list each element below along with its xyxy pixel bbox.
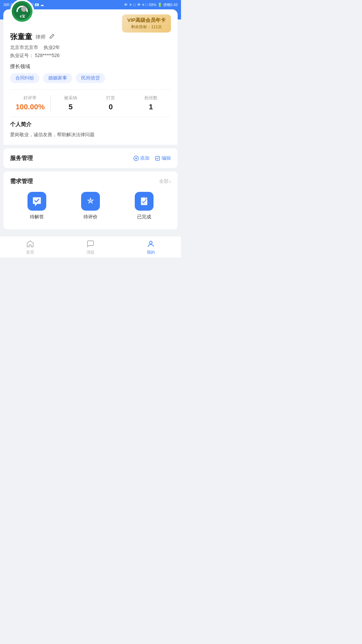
profile-icon [146,239,156,249]
demand-management-title: 需求管理 [10,177,33,185]
battery-pct: 👁 ✳ □ 59% 🔋 傍晚5:43 [137,2,178,7]
demand-item-pending-review[interactable]: 待评价 [81,192,100,220]
svg-text:e宝: e宝 [20,14,25,18]
cloud-icon: ☁ [40,3,44,7]
eye-icon: 👁 [124,3,128,7]
service-management-actions: 添加 编辑 [133,155,171,161]
completed-icon-bg [135,192,154,211]
nav-home-label: 首页 [26,250,34,255]
avatar: e宝 [10,0,34,23]
nav-messages-label: 消息 [86,250,95,255]
profile-card: e宝 VIP高级会员年卡 剩余投标：111次 张童童 律师 北京市北京市 执业2… [3,9,178,145]
bio-text: 爱岗敬业，诚信友善，帮助解决法律问题 [10,131,171,138]
pending-review-label: 待评价 [83,214,98,220]
demand-item-completed[interactable]: 已完成 [135,192,154,220]
expertise-tags: 合同纠纷 婚姻家事 民间借贷 [10,73,171,83]
service-management-header: 服务管理 添加 编辑 [10,154,171,162]
edit-service-button[interactable]: 编辑 [155,155,171,161]
nav-home[interactable]: 首页 [25,239,35,255]
star-smile-icon [85,196,96,206]
service-management-card: 服务管理 添加 编辑 [3,148,178,168]
tag-family: 婚姻家事 [43,73,72,83]
spacer [0,229,181,233]
chevron-right-icon: › [169,179,171,184]
expertise-label: 擅长领域 [10,63,171,70]
stat-reward: 打赏 0 [91,95,131,111]
user-name-row: 张童童 律师 [10,32,171,42]
bio-section: 个人简介 爱岗敬业，诚信友善，帮助解决法律问题 [10,117,171,138]
svg-point-8 [149,241,152,244]
completed-label: 已完成 [137,214,151,220]
add-service-button[interactable]: 添加 [133,155,149,161]
edit-icon [155,156,160,161]
logo-svg: e宝 [14,3,31,20]
user-location: 北京市北京市 执业2年 [10,45,171,51]
vibrate-icon: □ [133,3,136,7]
stats-row: 好评率 100.00% 被采纳 5 打赏 0 粉丝数 1 [10,89,171,111]
tag-loan: 民间借贷 [76,73,105,83]
pending-review-icon-bg [81,192,100,211]
stat-fans-value: 1 [131,103,171,111]
stat-adopted: 被采纳 5 [51,95,91,111]
stat-rating: 好评率 100.00% [10,95,51,111]
service-management-title: 服务管理 [10,154,33,162]
message-icon [86,239,95,249]
stat-rating-value: 100.00% [10,103,50,111]
avatar-logo: e宝 [12,1,33,22]
demand-all-btn[interactable]: 全部 › [159,178,171,184]
add-icon [133,156,139,161]
pending-answer-icon-bg [27,192,46,211]
nav-profile[interactable]: 我的 [146,239,156,255]
signal-icons: 26R [3,3,9,7]
user-name: 张童童 [10,32,32,42]
nav-profile-label: 我的 [147,250,155,255]
status-right: 👁 ✳ □ 👁 ✳ □ 59% 🔋 傍晚5:43 [124,2,178,7]
nav-messages[interactable]: 消息 [86,239,95,255]
tag-contract: 合同纠纷 [10,73,40,83]
doc-check-icon [139,196,149,206]
stat-adopted-value: 5 [51,103,91,111]
vip-badge: VIP高级会员年卡 剩余投标：111次 [122,14,171,33]
stat-reward-value: 0 [91,103,131,111]
bio-title: 个人简介 [10,121,171,128]
demand-management-card: 需求管理 全部 › 待解答 [3,171,178,229]
pending-answer-label: 待解答 [30,214,44,220]
vip-title: VIP高级会员年卡 [127,17,166,23]
demand-icons-row: 待解答 待评价 [10,192,171,223]
stat-fans: 粉丝数 1 [131,95,171,111]
user-license: 执业证号： 528*****526 [10,53,171,59]
stat-reward-label: 打赏 [91,95,131,101]
chat-check-icon [32,196,42,206]
svg-point-1 [21,6,26,12]
stat-adopted-label: 被采纳 [51,95,91,101]
stat-rating-label: 好评率 [10,95,50,101]
demand-item-pending-answer[interactable]: 待解答 [27,192,46,220]
edit-icon[interactable] [49,33,55,41]
bottom-nav: 首页 消息 我的 [0,236,181,258]
vip-sub: 剩余投标：111次 [127,24,166,30]
demand-management-header: 需求管理 全部 › [10,177,171,185]
bluetooth-icon: ✳ [129,3,132,7]
avatar-circle: e宝 [10,0,34,23]
home-icon [25,239,35,249]
stat-fans-label: 粉丝数 [131,95,171,101]
user-role: 律师 [36,34,46,40]
mail-icon: 📧 [35,3,39,7]
